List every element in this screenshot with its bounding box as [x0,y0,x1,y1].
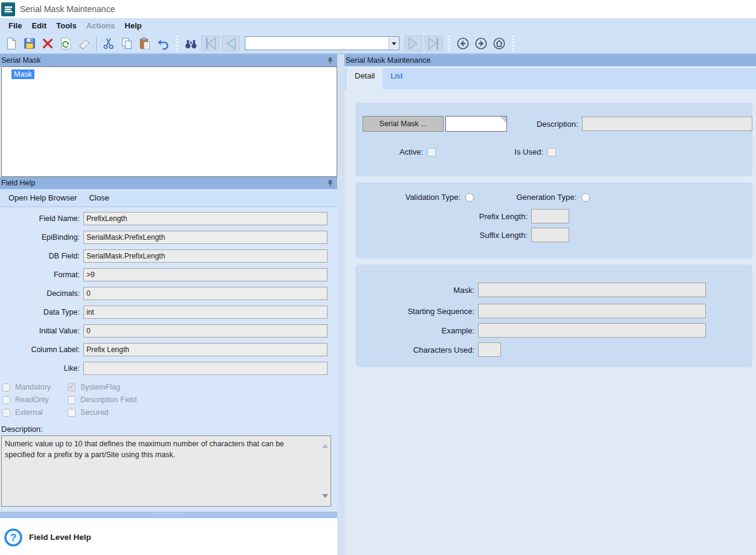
clear-button[interactable] [75,35,93,52]
save-button[interactable] [21,35,39,52]
epibinding-label: EpiBinding: [2,233,80,242]
home-icon [493,37,506,50]
close-help-button[interactable]: Close [83,191,115,205]
starting-sequence-input[interactable] [478,304,706,318]
identity-group: Serial Mask ... Description: Active: Is … [355,103,752,176]
back-button[interactable] [454,35,472,52]
field-help-header: Field Help [0,177,337,189]
tree-node-mask[interactable]: Mask [11,69,34,79]
field-description-textarea[interactable]: Numeric value up to 10 that defines the … [1,435,331,507]
initial-value-input[interactable] [83,324,328,338]
mask-settings-group: Mask: Starting Sequence: Example: Charac… [355,265,752,367]
app-icon [1,2,15,16]
characters-used-input[interactable] [478,342,501,357]
readonly-checkbox[interactable] [2,396,10,404]
validation-type-radio[interactable] [465,193,474,202]
toolbar-grip[interactable] [512,36,514,51]
menu-bar: File Edit Tools Actions Help [0,18,756,33]
previous-record-button[interactable] [222,36,240,51]
next-record-button[interactable] [404,36,422,51]
undo-button[interactable] [154,35,172,52]
like-input[interactable] [83,362,328,375]
tab-detail[interactable]: Detail [347,68,383,89]
scroll-down-arrow-icon[interactable] [322,494,328,501]
decimals-label: Decimals: [2,289,80,298]
epibinding-input[interactable] [83,231,328,244]
prefix-length-input[interactable] [531,209,569,223]
new-button[interactable] [2,35,21,52]
record-combo-input[interactable] [245,37,389,50]
serial-mask-input[interactable] [446,117,506,131]
delete-button[interactable] [39,35,57,52]
combo-dropdown-button[interactable] [389,37,399,50]
last-record-button[interactable] [425,36,443,51]
field-name-label: Field Name: [2,214,80,223]
suffix-length-input[interactable] [531,228,569,242]
binoculars-icon [184,37,198,50]
field-description-text: Numeric value up to 10 that defines the … [5,440,284,459]
open-help-browser-button[interactable]: Open Help Browser [2,191,83,205]
menu-file[interactable]: File [4,19,27,32]
format-input[interactable] [83,268,328,281]
window-title: Serial Mask Maintenance [20,4,115,14]
serial-mask-button[interactable]: Serial Mask ... [363,116,444,132]
paste-button[interactable] [136,35,154,52]
is-used-checkbox[interactable] [548,148,556,156]
previous-record-icon [222,35,239,52]
example-label: Example: [363,326,474,335]
first-record-button[interactable] [201,36,219,51]
description-input[interactable] [582,117,752,131]
field-name-input[interactable] [83,212,328,225]
pin-icon[interactable] [326,179,334,187]
external-label: External [15,408,43,417]
refresh-button[interactable] [57,35,75,52]
systemflag-checkbox[interactable] [68,383,76,391]
menu-tools[interactable]: Tools [51,19,82,32]
copy-button[interactable] [118,35,136,52]
scroll-up-arrow-icon[interactable] [322,441,328,448]
menu-actions[interactable]: Actions [82,19,120,32]
starting-sequence-label: Starting Sequence: [363,307,474,316]
splitter-handle[interactable]: ········· [0,512,337,518]
tab-list[interactable]: List [383,68,410,89]
generation-type-label: Generation Type: [474,193,577,202]
home-button[interactable] [490,35,508,52]
column-label-input[interactable] [83,343,328,356]
first-record-icon [202,35,219,52]
cut-button[interactable] [100,35,118,52]
menu-edit[interactable]: Edit [27,19,51,32]
panel-divider[interactable] [337,54,344,555]
menu-help[interactable]: Help [120,19,146,32]
db-field-input[interactable] [83,249,328,263]
svg-text:?: ? [10,532,16,544]
secured-checkbox[interactable] [68,409,76,417]
field-help-checkboxes: Mandatory SystemFlag ReadOnly Descriptio… [0,380,337,421]
decimals-input[interactable] [83,287,328,300]
tree-panel-header: Serial Mask [0,54,337,66]
external-checkbox[interactable] [2,409,10,417]
forward-button[interactable] [472,35,490,52]
copy-icon [120,37,134,50]
field-help-menu: Open Help Browser Close [0,189,337,207]
generation-type-radio[interactable] [581,193,590,202]
is-used-label: Is Used: [436,147,543,156]
serial-mask-tree[interactable]: Mask [1,66,337,177]
data-type-input[interactable] [83,306,328,319]
description-section-label: Description: [0,421,337,435]
active-checkbox[interactable] [427,148,436,156]
field-level-help-bar: ? Field Level Help [0,518,337,555]
mask-input[interactable] [478,283,706,297]
pin-icon[interactable] [326,57,334,65]
toolbar-grip[interactable] [176,36,178,51]
undo-icon [157,37,170,50]
search-button[interactable] [182,35,200,52]
field-row: Data Type: [2,306,337,319]
toolbar-grip[interactable] [448,36,450,51]
field-row: DB Field: [2,249,337,263]
example-input[interactable] [478,323,706,338]
prefix-length-label: Prefix Length: [363,212,528,221]
description-field-checkbox[interactable] [68,396,76,404]
mandatory-checkbox[interactable] [2,383,10,391]
mask-label: Mask: [363,286,474,295]
initial-value-label: Initial Value: [2,327,80,335]
